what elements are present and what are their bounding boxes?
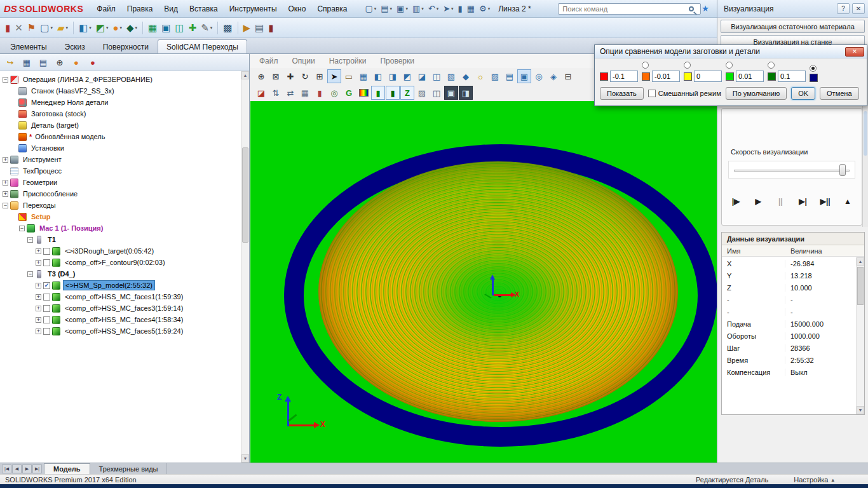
ok-button[interactable]: OK <box>791 87 815 100</box>
eject-button[interactable]: ▲ <box>840 194 855 209</box>
sheet-nav-button-2[interactable]: ▶ <box>22 464 32 473</box>
dropdown-arrow-icon[interactable]: ▾ <box>50 25 53 30</box>
measure-button[interactable]: ▭ <box>342 69 356 83</box>
sim-menu-1[interactable]: Опции <box>292 57 315 65</box>
open-cam-folder-button[interactable]: ▰▾ <box>55 21 70 35</box>
zoom-fit-button[interactable]: ⊕ <box>254 69 268 83</box>
dropdown-arrow-icon[interactable]: ▾ <box>421 6 424 11</box>
tree-item[interactable]: Setup <box>0 211 241 222</box>
dropdown-arrow-icon[interactable]: ▾ <box>135 25 138 30</box>
tree-item[interactable]: −Переходы <box>0 200 241 211</box>
mode-selector[interactable]: Настройка ▴ <box>794 476 834 484</box>
tree-expand-toggle[interactable]: − <box>27 271 33 277</box>
tree-item[interactable]: +Приспособление <box>0 188 241 200</box>
command-search-input[interactable] <box>558 3 701 15</box>
threshold-radio[interactable] <box>810 65 817 72</box>
machine-setup-button[interactable]: ◫ <box>173 21 186 35</box>
menu-item-6[interactable]: Справка <box>311 3 353 15</box>
scroll-down-icon[interactable]: ▼ <box>857 406 864 414</box>
capture-image-button[interactable]: ▣ <box>444 86 458 100</box>
scroll-up-icon[interactable]: ▲ <box>857 257 864 266</box>
mill-operation-button[interactable]: ◧▾ <box>77 21 93 35</box>
sheet-nav-button-0[interactable]: |◀ <box>2 464 11 473</box>
play-to-end-button[interactable]: ▶| <box>796 194 811 209</box>
threshold-input[interactable] <box>694 71 722 82</box>
threshold-radio[interactable] <box>768 62 775 69</box>
tab-3[interactable]: SolidCAM Переходы <box>158 39 247 53</box>
edit-operation-button[interactable]: ✎▾ <box>199 21 214 35</box>
tree-item[interactable]: −T3 (D4_) <box>0 268 241 280</box>
tree-item[interactable]: −Mac 1 (1- Позиция) <box>0 222 241 234</box>
tree-expand-toggle[interactable]: + <box>3 157 8 163</box>
record-video-button[interactable]: ◨ <box>459 86 473 100</box>
tree-expand-toggle[interactable]: − <box>3 203 8 208</box>
report-button[interactable]: ▨ <box>415 86 429 100</box>
menu-item-0[interactable]: Файл <box>91 3 121 15</box>
show-button[interactable]: Показать <box>600 87 644 100</box>
color-scale-button[interactable] <box>356 86 370 100</box>
pan-button[interactable]: ✚ <box>283 69 297 83</box>
speed-slider-thumb[interactable] <box>839 164 846 176</box>
sheet-nav-button-3[interactable]: ▶| <box>32 464 42 473</box>
tree-item[interactable]: Установки <box>0 142 241 154</box>
tree-item-checkbox[interactable] <box>43 305 50 312</box>
library-button[interactable]: ▮ <box>266 21 275 35</box>
target-definition-button[interactable]: ▣ <box>159 21 172 35</box>
sim-mode-button[interactable]: ◪ <box>254 86 268 100</box>
select-arrow-button[interactable]: ➤ <box>327 69 341 83</box>
mixed-mode-option[interactable]: Смешанный режим <box>648 90 721 97</box>
tree-item[interactable]: −T1 <box>0 234 241 245</box>
threshold-radio[interactable] <box>642 62 649 69</box>
tree-item[interactable]: +<comp_off>HSS_MC_faces1(1:59:39) <box>0 291 241 302</box>
dropdown-arrow-icon[interactable]: ▾ <box>488 6 491 11</box>
close-part-button[interactable]: ✕ <box>13 21 25 35</box>
tree-expand-toggle[interactable]: + <box>3 191 8 197</box>
material-ic[interactable]: ● <box>86 56 100 69</box>
open-file-button[interactable]: ▤▾ <box>379 3 394 15</box>
shaded-view-button[interactable]: ▣ <box>517 69 531 83</box>
tree-item[interactable]: Деталь (target) <box>0 119 241 131</box>
tree-item-checkbox[interactable] <box>43 259 50 266</box>
view-back-button[interactable]: ◨ <box>386 69 400 83</box>
tree-item[interactable]: ТехПроцесс <box>0 165 241 177</box>
tree-item-checkbox[interactable] <box>43 316 50 323</box>
view-front-button[interactable]: ◧ <box>371 69 385 83</box>
cancel-button[interactable]: Отмена <box>820 87 858 100</box>
grid-button[interactable]: ▦ <box>298 86 312 100</box>
view-cube-a-button[interactable]: ▨ <box>488 69 502 83</box>
tree-item[interactable]: +Геометрии <box>0 177 241 188</box>
mixed-mode-checkbox[interactable] <box>648 90 656 97</box>
target-compare-button[interactable]: ▮ <box>386 86 400 100</box>
document-structure-button[interactable]: ▤ <box>36 56 50 69</box>
simulation-viewport[interactable]: X Z X <box>250 101 717 463</box>
default-button[interactable]: По умолчанию <box>726 87 787 100</box>
threshold-input[interactable] <box>736 71 764 82</box>
tree-item[interactable]: Заготовка (stock) <box>0 108 241 119</box>
mill3d-operation-button[interactable]: ◩▾ <box>94 21 111 35</box>
menu-item-4[interactable]: Инструменты <box>224 3 283 15</box>
tab-0[interactable]: Элементы <box>1 39 56 53</box>
turn-operation-button[interactable]: ◆▾ <box>125 21 139 35</box>
machine-preview-button[interactable]: ● <box>69 56 83 69</box>
dropdown-arrow-icon[interactable]: ▾ <box>437 6 439 11</box>
tree-expand-toggle[interactable]: + <box>36 317 41 323</box>
tree-item-checkbox[interactable] <box>43 248 50 255</box>
play-button[interactable]: ▶ <box>750 194 766 209</box>
speed-slider-track[interactable] <box>734 170 850 172</box>
menu-item-3[interactable]: Вставка <box>184 3 224 15</box>
dropdown-arrow-icon[interactable]: ▾ <box>106 25 109 30</box>
tree-item[interactable]: +<comp_off>HSS_MC_faces3(1:59:14) <box>0 302 241 314</box>
menu-item-1[interactable]: Правка <box>121 3 159 15</box>
sim-menu-2[interactable]: Настройки <box>329 57 367 65</box>
dropdown-arrow-icon[interactable]: ▾ <box>390 6 393 11</box>
tree-item[interactable]: +<comp_off>HSS_MC_faces5(1:59:24) <box>0 325 241 337</box>
zoom-window-button[interactable]: ⊠ <box>269 69 283 83</box>
section-view-button[interactable]: ▦ <box>356 69 370 83</box>
panel-scrollbar-thumb[interactable] <box>864 111 867 156</box>
calculate-button[interactable]: ▩ <box>221 21 234 35</box>
coordinate-origin-button[interactable]: ⊕ <box>53 56 67 69</box>
sim-menu-3[interactable]: Проверки <box>380 57 414 65</box>
close-icon[interactable]: ✕ <box>852 3 865 14</box>
zoom-select-button[interactable]: ⊞ <box>313 69 327 83</box>
bottom-tab-0[interactable]: Модель <box>44 463 90 474</box>
